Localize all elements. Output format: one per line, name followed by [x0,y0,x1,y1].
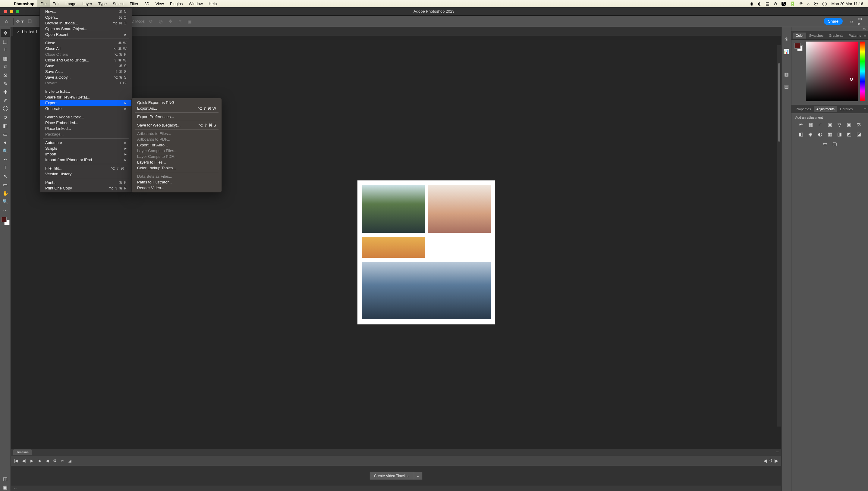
levels-adj-icon[interactable]: ▦ [807,121,814,128]
menu-item[interactable]: Automate▶ [40,140,132,145]
close-window[interactable] [4,10,7,13]
canvas[interactable] [358,180,495,324]
menu-layer[interactable]: Layer [79,0,95,7]
histogram-panel-icon[interactable]: 📊 [783,48,790,55]
control-center-icon[interactable]: ⦿ [814,1,818,6]
timeline-zoom-icon[interactable]: ▫▫▫ [14,487,17,490]
menu-item[interactable]: New...⌘ N [40,9,132,15]
menu-item[interactable]: Open...⌘ O [40,15,132,20]
tab-swatches[interactable]: Swatches [807,32,826,38]
stamp-tool[interactable]: ⛶ [1,105,10,113]
color-lookup-adj-icon[interactable]: ▦ [827,131,833,137]
menu-item[interactable]: Close and Go to Bridge...⇧ ⌘ W [40,57,132,63]
auto-select-check[interactable]: ☐ [26,18,33,25]
mute-icon[interactable]: ◀ [46,459,49,463]
brush-tool[interactable]: ✐ [1,96,10,104]
menu-item[interactable]: Print One Copy⌥ ⇧ ⌘ P [40,185,132,191]
menu-item[interactable]: Open as Smart Object... [40,26,132,32]
menu-item[interactable]: Quick Export as PNG [132,100,222,106]
menu-file[interactable]: File [37,0,50,7]
frame-prev-icon[interactable]: ◀ [763,458,767,464]
menu-item[interactable]: Export As...⌥ ⇧ ⌘ W [132,106,222,111]
document-tab[interactable]: ✕ Untitled-1 [13,27,41,36]
color-swatches[interactable] [1,217,10,225]
3d-pan-icon[interactable]: ✥ [166,18,174,25]
disk-icon[interactable]: ▤ [765,1,769,6]
vibrance-adj-icon[interactable]: ▽ [836,121,843,128]
crop-tool[interactable]: ⧉ [1,63,10,70]
menu-item[interactable]: Print...⌘ P [40,179,132,185]
3d-slide-icon[interactable]: ⤧ [176,18,184,25]
create-video-timeline-button[interactable]: Create Video Timeline [369,472,414,480]
menu-3d[interactable]: 3D [141,0,152,7]
blur-tool[interactable]: ● [1,139,10,146]
menu-item[interactable]: Export Preferences... [132,114,222,120]
share-button[interactable]: Share [824,18,843,25]
menu-item[interactable]: Color Lookup Tables... [132,165,222,171]
brightness-adj-icon[interactable]: ☀ [797,121,804,128]
panel-color-swatches[interactable] [794,43,803,51]
settings-icon[interactable]: ⚙ [53,459,57,463]
photo-filter-adj-icon[interactable]: ◉ [807,131,814,137]
menu-item[interactable]: Share for Review (Beta)... [40,94,132,100]
menu-filter[interactable]: Filter [127,0,141,7]
3d-camera-icon[interactable]: ▣ [186,18,194,25]
create-video-dropdown[interactable]: ⌄ [414,472,423,480]
status-icon[interactable]: ◐ [758,1,761,6]
threshold-adj-icon[interactable]: ◪ [855,131,862,137]
menu-item[interactable]: Import from iPhone or iPad▶ [40,157,132,163]
3d-orbit-icon[interactable]: ⟳ [147,18,155,25]
wifi-icon[interactable]: ⊚ [799,1,803,6]
zoom-tool[interactable]: 🔍 [1,198,10,205]
gradient-tool[interactable]: ▭ [1,130,10,138]
frame-tool[interactable]: ⊠ [1,71,10,79]
posterize-adj-icon[interactable]: ◩ [846,131,852,137]
next-frame-icon[interactable]: |▶ [38,459,41,463]
pen-tool[interactable]: ✒ [1,155,10,163]
brightness-panel-icon[interactable]: ☀ [783,35,790,43]
selection-tool[interactable]: ▦ [1,54,10,62]
minimize-window[interactable] [10,10,13,13]
vertical-scrollbar[interactable] [777,45,781,427]
home-button[interactable]: ⌂ [2,17,11,26]
edit-toolbar[interactable]: ⋯ [1,206,10,214]
quick-mask[interactable]: ◫ [1,475,10,483]
text-input-icon[interactable]: A [782,2,786,6]
timeline-tab[interactable]: Timeline [13,450,32,455]
menu-item[interactable]: Save for Web (Legacy)...⌥ ⇧ ⌘ S [132,122,222,128]
panel-menu-icon[interactable]: ≡ [864,33,866,38]
workspace-icon[interactable]: ▭ ▾ [858,18,866,25]
menu-item[interactable]: Import▶ [40,151,132,157]
eyedropper-tool[interactable]: ✎ [1,80,10,87]
path-tool[interactable]: ↖ [1,172,10,180]
battery-icon[interactable]: 🔋 [790,1,795,6]
color-balance-adj-icon[interactable]: ⚖ [855,121,862,128]
menu-item[interactable]: Close⌘ W [40,40,132,46]
menu-edit[interactable]: Edit [50,0,62,7]
menu-view[interactable]: View [152,0,167,7]
maximize-window[interactable] [16,10,19,13]
menu-item[interactable]: Render Video... [132,185,222,191]
gradient-map-adj-icon[interactable]: ▭ [821,140,828,147]
datetime[interactable]: Mon 20 Mar 11.16 [831,1,863,6]
hue-slider[interactable] [860,41,865,101]
frame-next-icon[interactable]: ▶ [775,458,778,464]
tab-libraries[interactable]: Libraries [838,106,855,112]
menu-type[interactable]: Type [95,0,110,7]
menu-item[interactable]: Export For Aero... [132,142,222,148]
tab-gradients[interactable]: Gradients [827,32,846,38]
menu-item[interactable]: Open Recent▶ [40,32,132,37]
healing-tool[interactable]: ✚ [1,88,10,96]
go-to-first-icon[interactable]: |◀ [14,459,18,463]
lasso-tool[interactable]: ⌗ [1,46,10,54]
menu-item[interactable]: Export▶ [40,100,132,106]
menu-item[interactable]: Save⌘ S [40,63,132,69]
panel-collapse-icon[interactable]: ≪ [791,27,868,31]
menu-select[interactable]: Select [110,0,127,7]
menu-item[interactable]: Save a Copy...⌥ ⌘ S [40,75,132,80]
menu-item[interactable]: Version History [40,171,132,177]
menu-window[interactable]: Window [186,0,205,7]
menu-item[interactable]: Invite to Edit... [40,89,132,94]
menu-item[interactable]: Browse in Bridge...⌥ ⌘ O [40,20,132,26]
move-tool[interactable]: ✥ [1,29,10,37]
